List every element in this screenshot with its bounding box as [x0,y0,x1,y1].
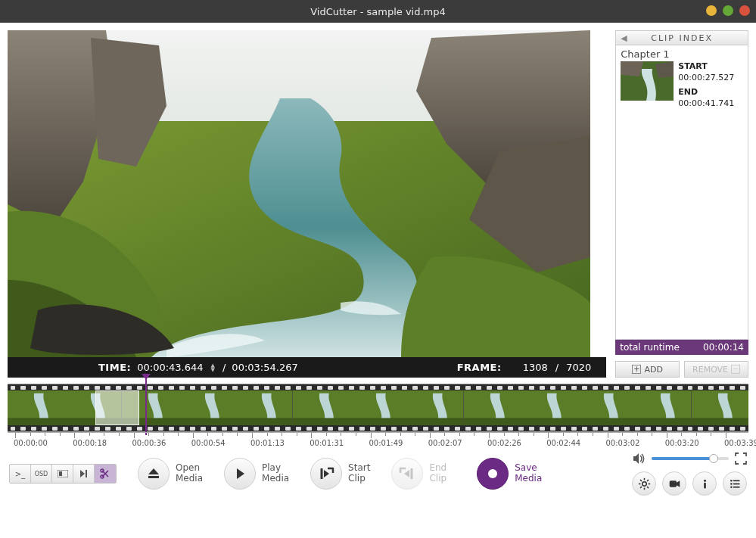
filmstrip-frame[interactable] [293,390,350,425]
plus-icon: + [632,365,641,374]
window-maximize-button[interactable] [723,5,733,16]
ruler-label: 00:00:18 [73,439,107,447]
svg-line-42 [647,487,649,488]
play-icon [232,466,247,481]
filmstrip-frame[interactable] [350,390,406,425]
volume-icon[interactable] [632,452,646,465]
ruler-label: 00:02:07 [428,439,462,447]
svg-rect-14 [293,418,350,425]
svg-rect-45 [669,480,676,487]
total-frames: 7020 [566,362,591,373]
open-media-button[interactable]: OpenMedia [138,458,203,490]
current-frame: 1308 [523,362,548,373]
playback-info-bar: TIME: 00:00:43.644 ▲▼ / 00:03:54.267 FRA… [8,357,606,378]
end-clip-button: EndClip [391,458,446,490]
volume-slider[interactable] [652,457,729,460]
video-preview[interactable] [8,30,590,357]
thumbnails-toggle[interactable] [52,465,73,483]
total-runtime-bar: total runtime 00:00:14 [615,340,748,355]
remove-clip-button[interactable]: REMOVE − [684,361,748,378]
clip-end-label: END [678,87,734,98]
osd-toggle[interactable]: OSD [31,465,52,483]
filmstrip-frame[interactable] [692,390,748,425]
clip-entry[interactable]: START 00:00:27.527 END 00:00:41.741 [616,61,748,114]
filmstrip-frame[interactable] [634,390,691,425]
gear-icon [638,477,651,490]
svg-rect-30 [59,471,62,476]
clip-start-value: 00:00:27.527 [678,73,734,84]
time-label: TIME: [98,362,131,373]
ruler-label: 00:03:20 [665,439,699,447]
svg-rect-34 [148,476,159,478]
filmstrip-frame[interactable] [406,390,463,425]
titlebar: VidCutter - sample vid.mp4 [0,0,756,23]
menu-button[interactable] [723,471,747,496]
svg-rect-6 [64,418,121,425]
start-clip-button[interactable]: StartClip [310,458,370,490]
svg-rect-47 [704,482,706,488]
filmstrip-frame[interactable] [64,390,121,425]
toggle-group: >_ OSD [9,464,117,484]
svg-point-52 [730,486,733,488]
svg-rect-8 [122,418,179,425]
svg-rect-49 [733,480,739,481]
chevron-left-icon: ◀ [621,33,628,43]
ruler-label: 00:02:26 [487,439,521,447]
filmstrip-frame[interactable] [122,390,179,425]
svg-rect-53 [733,486,739,487]
clip-end-value: 00:00:41.741 [678,98,734,110]
window-title: VidCutter - sample vid.mp4 [310,6,446,17]
clip-start-icon [318,465,334,482]
timeline-ruler[interactable]: 00:00:0000:00:1800:00:3600:00:5400:01:13… [8,432,748,450]
window-close-button[interactable] [739,5,750,16]
svg-rect-24 [577,418,634,425]
thumbnails-icon [58,470,68,477]
total-time: 00:03:54.267 [232,362,297,373]
clip-end-icon [399,465,415,482]
settings-button[interactable] [632,471,656,496]
skip-end-icon [79,470,89,477]
svg-line-44 [640,487,642,488]
filmstrip-frame[interactable] [235,390,292,425]
svg-point-35 [488,469,497,478]
time-stepper[interactable]: ▲▼ [211,363,215,372]
ruler-label: 00:01:31 [310,439,344,447]
filmstrip[interactable] [8,384,748,432]
filmstrip-frame[interactable] [464,390,521,425]
clip-index-header[interactable]: ◀ CLIP INDEX [615,30,748,45]
console-toggle[interactable]: >_ [10,465,31,483]
record-icon [484,465,501,482]
svg-rect-20 [464,418,521,425]
play-media-button[interactable]: PlayMedia [224,458,289,490]
ruler-label: 00:00:00 [14,439,48,447]
ruler-label: 00:03:02 [606,439,640,447]
svg-line-41 [640,480,642,481]
smartcut-toggle[interactable] [95,465,116,483]
filmstrip-frame[interactable] [521,390,577,425]
svg-rect-18 [406,418,463,425]
keyref-button[interactable] [692,471,717,496]
chapter-title: Chapter 1 [616,45,748,61]
window-minimize-button[interactable] [706,5,717,16]
ruler-label: 00:00:36 [132,439,166,447]
save-media-button[interactable]: SaveMedia [477,458,542,490]
filmstrip-frame[interactable] [577,390,634,425]
fullscreen-icon[interactable] [735,452,747,465]
svg-rect-12 [235,418,292,425]
svg-point-46 [703,479,705,481]
list-icon [729,477,742,490]
svg-rect-28 [692,418,748,425]
playhead[interactable] [145,378,147,435]
svg-rect-51 [733,483,739,484]
ruler-label: 00:01:49 [369,439,403,447]
skip-end-toggle[interactable] [73,465,95,483]
ruler-label: 00:02:44 [546,439,580,447]
clip-start-label: START [678,61,734,73]
add-clip-button[interactable]: + ADD [615,361,680,378]
filmstrip-frame[interactable] [8,390,64,425]
mediainfo-button[interactable] [662,471,686,496]
svg-rect-4 [8,418,64,425]
total-runtime-value: 00:00:14 [703,342,744,353]
filmstrip-frame[interactable] [179,390,235,425]
ruler-label: 00:01:13 [250,439,285,447]
